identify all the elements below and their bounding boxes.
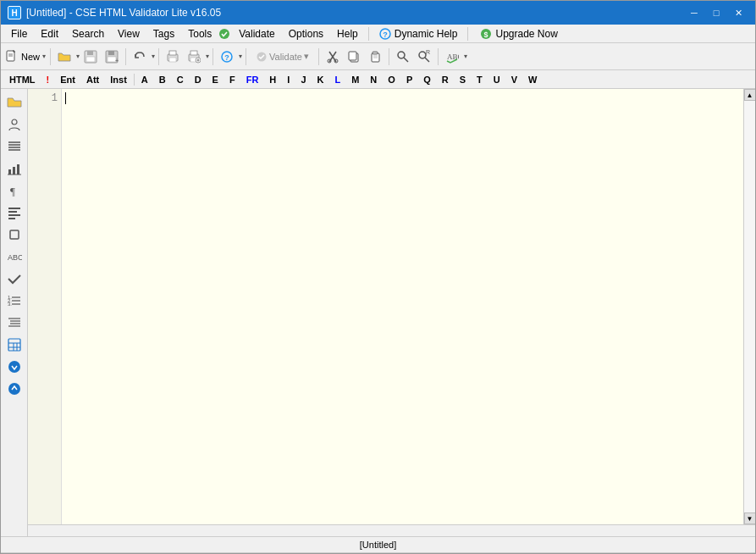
tag-c[interactable]: C <box>172 73 189 86</box>
dynamic-help-button[interactable]: ? Dynamic Help <box>372 26 465 42</box>
svg-rect-13 <box>108 51 114 55</box>
find-replace-button[interactable]: R <box>414 47 434 67</box>
tag-q[interactable]: Q <box>418 73 436 86</box>
tag-r[interactable]: R <box>437 73 454 86</box>
find-button[interactable] <box>393 47 413 67</box>
folder-open-icon <box>7 95 22 110</box>
tag-u[interactable]: U <box>488 73 505 86</box>
editor-area[interactable] <box>62 89 743 524</box>
sidebar-lines-button[interactable] <box>4 202 25 223</box>
sidebar-arrow-up-button[interactable] <box>4 379 25 399</box>
tag-i[interactable]: I <box>282 73 295 86</box>
app-icon: H <box>8 6 21 19</box>
svg-rect-48 <box>8 169 11 175</box>
print-dropdown-arrow[interactable]: ▾ <box>206 53 209 60</box>
close-button[interactable]: ✕ <box>728 5 748 20</box>
paste-button[interactable] <box>365 47 385 67</box>
tag-o[interactable]: O <box>383 73 400 86</box>
sidebar-check-button[interactable] <box>4 269 25 289</box>
sidebar-numlist-button[interactable]: 1. 2. 3. <box>4 291 25 311</box>
tag-excl[interactable]: ! <box>41 73 55 86</box>
tag-w[interactable]: W <box>523 73 542 86</box>
bottom-scrollbar[interactable] <box>28 524 755 536</box>
save-button[interactable] <box>80 47 101 67</box>
sidebar-arrow-down-button[interactable] <box>4 357 25 377</box>
spell-dropdown-arrow[interactable]: ▾ <box>464 53 467 60</box>
svg-point-37 <box>398 52 405 58</box>
svg-text:R: R <box>426 50 430 55</box>
menu-edit[interactable]: Edit <box>34 26 65 42</box>
save-as-button[interactable]: + <box>102 47 122 67</box>
sidebar-person-button[interactable] <box>4 114 25 135</box>
right-scrollbar[interactable]: ▲ ▼ <box>743 89 755 524</box>
tag-l[interactable]: L <box>329 73 345 86</box>
tag-b[interactable]: B <box>154 73 171 86</box>
scroll-down-arrow[interactable]: ▼ <box>744 512 756 524</box>
sidebar-indent-button[interactable] <box>4 313 25 333</box>
menu-options[interactable]: Options <box>282 26 330 42</box>
tag-fr[interactable]: FR <box>241 73 264 86</box>
sidebar-table-button[interactable] <box>4 335 25 355</box>
menu-search[interactable]: Search <box>65 26 111 42</box>
undo-dropdown-arrow[interactable]: ▾ <box>152 53 155 60</box>
lines-left-icon <box>7 205 22 220</box>
help-dropdown-arrow[interactable]: ▾ <box>239 53 242 60</box>
menu-validate[interactable]: Validate <box>232 26 281 42</box>
tag-att[interactable]: Att <box>81 73 104 86</box>
sidebar-paragraph-button[interactable]: ¶ <box>4 180 25 201</box>
tags-toolbar: HTML ! Ent Att Inst A B C D E F FR H I J… <box>1 70 755 89</box>
tag-k[interactable]: K <box>312 73 329 86</box>
help-button[interactable]: ? <box>217 47 237 67</box>
tag-ent[interactable]: Ent <box>55 73 80 86</box>
spell-check-button[interactable]: ABC <box>442 47 462 67</box>
cut-button[interactable] <box>323 47 343 67</box>
tag-inst[interactable]: Inst <box>105 73 132 86</box>
menu-help[interactable]: Help <box>330 26 365 42</box>
tag-d[interactable]: D <box>190 73 207 86</box>
menu-view[interactable]: View <box>111 26 146 42</box>
tag-v[interactable]: V <box>506 73 522 86</box>
tag-p[interactable]: P <box>401 73 417 86</box>
validate-button[interactable]: Validate ▾ <box>250 47 315 67</box>
tag-t[interactable]: T <box>472 73 488 86</box>
new-button-group[interactable]: New ▾ <box>4 47 47 67</box>
tag-e[interactable]: E <box>207 73 223 86</box>
toolbar-sep-6 <box>318 48 319 65</box>
tag-f[interactable]: F <box>224 73 240 86</box>
svg-rect-18 <box>169 58 176 62</box>
new-button-label: New <box>19 52 41 62</box>
print-icon <box>166 50 179 64</box>
tag-s[interactable]: S <box>455 73 471 86</box>
sidebar-list-button[interactable] <box>4 136 25 157</box>
print-preview-button[interactable] <box>184 47 204 67</box>
tag-a[interactable]: A <box>136 73 153 86</box>
tag-h[interactable]: H <box>264 73 281 86</box>
sidebar-chart-button[interactable] <box>4 158 25 179</box>
upgrade-button[interactable]: $ Upgrade Now <box>472 26 566 42</box>
title-text: [Untitled] - CSE HTML Validator Lite v16… <box>26 7 221 19</box>
svg-text:?: ? <box>383 30 388 39</box>
print-button[interactable] <box>163 47 183 67</box>
tag-n[interactable]: N <box>365 73 382 86</box>
sidebar-folder-button[interactable] <box>4 92 25 113</box>
scroll-up-arrow[interactable]: ▲ <box>744 89 756 101</box>
dynamic-help-label: Dynamic Help <box>395 28 458 40</box>
tag-html[interactable]: HTML <box>4 73 41 86</box>
minimize-button[interactable]: ─ <box>684 5 704 20</box>
sidebar-box-button[interactable] <box>4 224 25 245</box>
filename-bar: [Untitled] <box>1 536 755 553</box>
maximize-button[interactable]: □ <box>706 5 726 20</box>
menu-file[interactable]: File <box>4 26 34 42</box>
scroll-track[interactable] <box>744 101 755 512</box>
menu-tools[interactable]: Tools <box>181 26 218 42</box>
open-dropdown-arrow[interactable]: ▾ <box>76 53 80 60</box>
menu-tags[interactable]: Tags <box>146 26 181 42</box>
copy-button[interactable] <box>344 47 364 67</box>
table-grid-icon <box>7 337 22 352</box>
open-button[interactable] <box>54 47 74 67</box>
undo-button[interactable] <box>130 47 150 67</box>
indent-list-icon <box>7 315 22 330</box>
tag-m[interactable]: M <box>346 73 364 86</box>
sidebar-abc-button[interactable]: ABC <box>4 247 25 267</box>
tag-j[interactable]: J <box>295 73 311 86</box>
